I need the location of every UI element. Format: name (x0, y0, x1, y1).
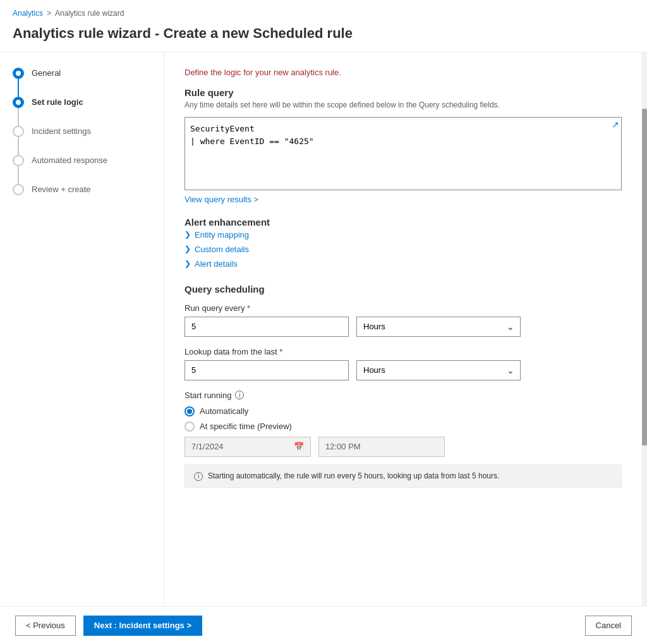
entity-mapping-label: Entity mapping (195, 230, 249, 240)
query-editor-wrapper: SecurityEvent | where EventID == "4625" … (184, 117, 622, 192)
date-value: 7/1/2024 (191, 442, 224, 451)
run-query-label: Run query every * (184, 303, 622, 313)
step-line-3 (18, 137, 19, 155)
start-running-info-icon[interactable]: i (235, 391, 244, 399)
calendar-icon: 📅 (294, 442, 304, 451)
run-query-required: * (247, 303, 250, 313)
step-review-create[interactable]: Review + create (13, 184, 151, 210)
chevron-right-icon-3: ❯ (184, 259, 191, 268)
intro-text: Define the logic for your new analytics … (184, 68, 622, 77)
step-label-rule-logic: Set rule logic (32, 97, 83, 123)
step-label-incident: Incident settings (32, 126, 91, 152)
step-circle-review (13, 184, 24, 195)
wizard-sidebar: General Set rule logic Incident settings (0, 52, 164, 614)
entity-mapping-item[interactable]: ❯ Entity mapping (184, 230, 622, 240)
step-line-2 (18, 108, 19, 126)
content-area: Define the logic for your new analytics … (164, 52, 642, 614)
step-circle-incident (13, 126, 24, 137)
start-running-label: Start running i (184, 391, 622, 400)
step-general[interactable]: General (13, 68, 151, 97)
lookup-input[interactable] (184, 360, 349, 380)
radio-circle-auto (184, 406, 195, 416)
radio-auto-label: Automatically (200, 406, 248, 416)
chevron-right-icon: ❯ (184, 230, 191, 239)
step-incident-settings[interactable]: Incident settings (13, 126, 151, 155)
rule-query-title: Rule query (184, 87, 622, 98)
chevron-right-icon-2: ❯ (184, 245, 191, 253)
step-circle-rule-logic (13, 97, 24, 108)
lookup-required: * (279, 347, 282, 356)
query-scheduling-section: Query scheduling Run query every * Minut… (184, 284, 622, 488)
breadcrumb-current: Analytics rule wizard (55, 9, 124, 18)
rule-query-section: Rule query Any time details set here wil… (184, 87, 622, 217)
scrollbar-thumb (642, 109, 647, 446)
step-label-auto-response: Automated response (32, 155, 107, 181)
right-scrollbar (642, 52, 647, 614)
step-set-rule-logic[interactable]: Set rule logic (13, 97, 151, 126)
info-box: i Starting automatically, the rule will … (184, 465, 622, 488)
view-query-results-link[interactable]: View query results > (184, 195, 258, 204)
query-editor[interactable]: SecurityEvent | where EventID == "4625" (184, 117, 622, 190)
radio-specific-label: At specific time (Preview) (200, 422, 292, 431)
info-message: Starting automatically, the rule will ru… (208, 471, 499, 480)
date-input[interactable]: 7/1/2024 📅 (184, 437, 311, 457)
breadcrumb-analytics[interactable]: Analytics (13, 9, 43, 18)
lookup-inputs: Minutes Hours Days (184, 360, 622, 380)
alert-details-item[interactable]: ❯ Alert details (184, 259, 622, 269)
step-label-general: General (32, 68, 61, 94)
run-query-input[interactable] (184, 317, 349, 337)
step-label-review: Review + create (32, 184, 91, 210)
lookup-label: Lookup data from the last * (184, 347, 622, 356)
run-query-inputs: Minutes Hours Days (184, 317, 622, 337)
breadcrumb: Analytics > Analytics rule wizard (0, 0, 647, 20)
alert-details-label: Alert details (195, 259, 238, 269)
custom-details-label: Custom details (195, 245, 249, 254)
wizard-footer: < Previous Next : Incident settings > Ca… (0, 606, 647, 614)
radio-automatically[interactable]: Automatically (184, 406, 622, 416)
step-circle-auto-response (13, 155, 24, 166)
run-query-unit-select[interactable]: Minutes Hours Days (356, 317, 521, 337)
datetime-row: 7/1/2024 📅 12:00 PM (184, 437, 622, 457)
time-value: 12:00 PM (325, 442, 361, 451)
radio-circle-specific (184, 422, 195, 432)
step-line-4 (18, 166, 19, 184)
run-query-unit-wrapper: Minutes Hours Days (356, 317, 521, 337)
step-line-1 (18, 79, 19, 97)
step-automated-response[interactable]: Automated response (13, 155, 151, 184)
breadcrumb-separator: > (47, 9, 51, 18)
lookup-unit-wrapper: Minutes Hours Days (356, 360, 521, 380)
step-circle-general (13, 68, 24, 79)
rule-query-subtitle: Any time details set here will be within… (184, 100, 622, 109)
alert-enhancement-section: Alert enhancement ❯ Entity mapping ❯ Cus… (184, 217, 622, 269)
alert-enhancement-title: Alert enhancement (184, 217, 622, 228)
time-input[interactable]: 12:00 PM (318, 437, 445, 457)
expand-icon[interactable]: ↗ (612, 119, 619, 130)
query-scheduling-title: Query scheduling (184, 284, 622, 295)
lookup-unit-select[interactable]: Minutes Hours Days (356, 360, 521, 380)
info-box-icon: i (194, 472, 203, 481)
radio-specific-time[interactable]: At specific time (Preview) (184, 422, 622, 432)
page-title: Analytics rule wizard - Create a new Sch… (0, 20, 647, 52)
custom-details-item[interactable]: ❯ Custom details (184, 245, 622, 254)
